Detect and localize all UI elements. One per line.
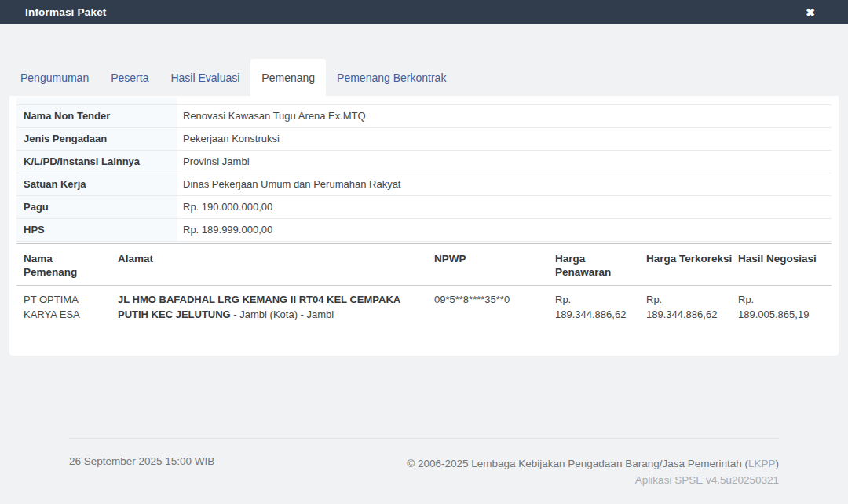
winner-address: JL HMO BAFADHAL LRG KEMANG II RT04 KEL C…	[111, 285, 427, 327]
tab-hasil-evaluasi[interactable]: Hasil Evaluasi	[159, 59, 250, 96]
detail-value: Dinas Pekerjaan Umum dan Perumahan Rakya…	[177, 173, 832, 195]
package-info-panel: Nama Non Tender Renovasi Kawasan Tugu Ar…	[9, 96, 839, 356]
detail-value: Rp. 190.000.000,00	[177, 195, 832, 218]
table-row: K/L/PD/Instansi Lainnya Provinsi Jambi	[16, 150, 832, 173]
close-button[interactable]: ✖	[804, 5, 817, 20]
table-row: Jenis Pengadaan Pekerjaan Konstruksi	[16, 127, 832, 150]
tab-label: Pemenang	[261, 71, 315, 84]
footer-app-version: Aplikasi SPSE v4.5u20250321	[407, 472, 779, 488]
column-header-alamat: Alamat	[111, 243, 427, 285]
copyright-suffix: )	[776, 458, 780, 469]
detail-value: Provinsi Jambi	[177, 150, 832, 173]
detail-value: Rp. 189.999.000,00	[177, 218, 832, 241]
table-row: Pagu Rp. 190.000.000,00	[16, 195, 832, 218]
winner-npwp: 09*5**8****35**0	[427, 285, 548, 327]
table-row-clipped	[16, 98, 832, 104]
detail-value	[177, 98, 832, 104]
modal-header: Informasi Paket ✖	[0, 0, 848, 24]
footer-copyright: © 2006-2025 Lembaga Kebijakan Pengadaan …	[407, 455, 779, 472]
winner-hasil-negosiasi: Rp. 189.005.865,19	[731, 285, 832, 327]
winner-harga-penawaran: Rp. 189.344.886,62	[548, 285, 639, 327]
package-details-table: Nama Non Tender Renovasi Kawasan Tugu Ar…	[16, 98, 832, 242]
tab-label: Hasil Evaluasi	[170, 71, 239, 84]
detail-value: Pekerjaan Konstruksi	[177, 127, 832, 150]
column-header-harga-terkoreksi: Harga Terkoreksi	[639, 243, 731, 285]
table-row: Satuan Kerja Dinas Pekerjaan Umum dan Pe…	[16, 173, 832, 195]
detail-label: Nama Non Tender	[16, 104, 177, 127]
winner-address-region: - Jambi (Kota) - Jambi	[231, 309, 334, 320]
lkpp-link[interactable]: LKPP	[748, 458, 776, 469]
tab-label: Pemenang Berkontrak	[337, 71, 446, 84]
tab-pengumuman[interactable]: Pengumuman	[9, 59, 100, 96]
tab-peserta[interactable]: Peserta	[100, 59, 159, 96]
modal-title: Informasi Paket	[25, 6, 107, 18]
tab-label: Pengumuman	[20, 71, 89, 84]
table-row: HPS Rp. 189.999.000,00	[16, 218, 832, 241]
copyright-text: © 2006-2025 Lembaga Kebijakan Pengadaan …	[407, 458, 748, 469]
detail-label	[16, 98, 177, 104]
table-row: Nama Non Tender Renovasi Kawasan Tugu Ar…	[16, 104, 832, 127]
detail-label: K/L/PD/Instansi Lainnya	[16, 150, 177, 173]
tab-pemenang[interactable]: Pemenang	[250, 59, 326, 96]
winners-header-row: Nama Pemenang Alamat NPWP Harga Penawara…	[16, 243, 832, 285]
column-header-harga-penawaran: Harga Penawaran	[548, 243, 639, 285]
page-footer: 26 September 2025 15:00 WIB © 2006-2025 …	[69, 438, 779, 488]
footer-copyright-block: © 2006-2025 Lembaga Kebijakan Pengadaan …	[407, 455, 779, 488]
footer-timestamp: 26 September 2025 15:00 WIB	[69, 455, 214, 467]
detail-label: HPS	[16, 218, 177, 241]
column-header-hasil-negosiasi: Hasil Negosiasi	[731, 243, 832, 285]
winner-harga-terkoreksi: Rp. 189.344.886,62	[639, 285, 731, 327]
winner-row: PT OPTIMA KARYA ESA JL HMO BAFADHAL LRG …	[16, 285, 832, 327]
tab-label: Peserta	[111, 71, 148, 84]
detail-label: Pagu	[16, 195, 177, 218]
winner-name: PT OPTIMA KARYA ESA	[16, 285, 111, 327]
close-icon: ✖	[806, 6, 815, 19]
winners-table: Nama Pemenang Alamat NPWP Harga Penawara…	[16, 243, 832, 327]
tab-pemenang-berkontrak[interactable]: Pemenang Berkontrak	[326, 59, 457, 96]
tab-bar: Pengumuman Peserta Hasil Evaluasi Pemena…	[9, 59, 848, 96]
detail-label: Jenis Pengadaan	[16, 127, 177, 150]
detail-value: Renovasi Kawasan Tugu Arena Ex.MTQ	[177, 104, 832, 127]
column-header-npwp: NPWP	[427, 243, 548, 285]
column-header-nama-pemenang: Nama Pemenang	[16, 243, 111, 285]
detail-label: Satuan Kerja	[16, 173, 177, 195]
